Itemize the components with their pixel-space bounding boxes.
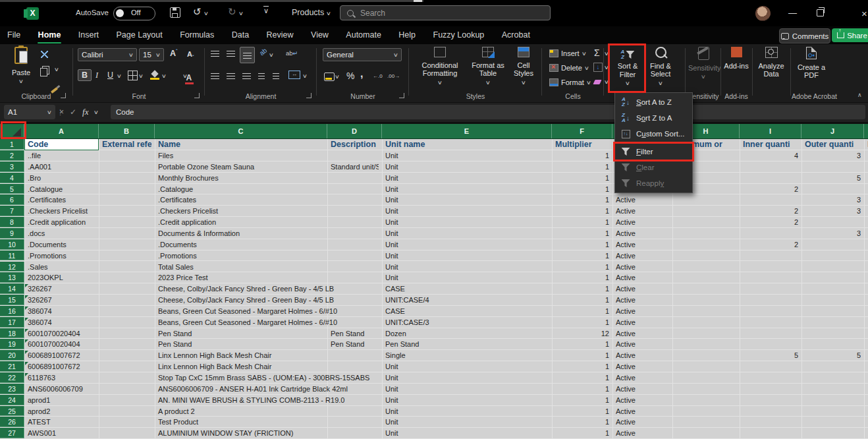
row-header-27[interactable]: 27 [0,428,24,438]
row-header-19[interactable]: 19 [0,339,24,349]
tab-help[interactable]: Help [391,26,423,44]
cell-C4[interactable]: Monthly Brochures [158,173,219,184]
cell-C14[interactable]: Cheese, Colby/Jack Fancy Shred - Green B… [158,283,334,295]
cell-F13[interactable]: 1 [555,272,609,283]
cell-G8[interactable]: Active [616,217,669,228]
orientation-dropdown-icon[interactable]: ∨ [269,52,274,58]
cell-A26[interactable]: ATEST [28,417,95,428]
format-as-table-button[interactable]: Format as Table∨ [468,47,508,87]
bottom-align-icon[interactable] [240,47,255,63]
row-header-16[interactable]: 16 [0,306,24,316]
workbook-title[interactable]: Products ∨ [292,8,331,17]
row-header-25[interactable]: 25 [0,406,24,417]
cell-F8[interactable]: 1 [555,217,609,228]
cell-C16[interactable]: Beans, Green Cut Seasoned - Margaret Hol… [158,306,337,317]
cell-C22[interactable]: Stop Tap CxC 15mm Brass SABS - (UOM:EA) … [158,372,369,384]
font-size-select[interactable]: 15∨ [139,48,164,61]
tab-page-layout[interactable]: Page Layout [109,26,170,44]
cell-J4[interactable]: 5 [805,173,861,184]
tab-review[interactable]: Review [259,26,301,44]
cell-E19[interactable]: Pen Stand [385,339,549,350]
close-button[interactable]: × [861,8,867,19]
share-button[interactable]: Share [832,28,868,42]
cell-E9[interactable]: Unit [385,228,549,239]
column-header-I[interactable]: I [740,124,801,138]
cell-I1[interactable]: Inner quanti [743,138,798,150]
column-header-A[interactable]: A [24,124,99,138]
formula-bar-dropdown-icon[interactable]: ∨ [94,109,99,115]
cell-J6[interactable]: 3 [805,194,861,206]
cell-A21[interactable]: 6006891007672 [28,361,95,372]
cell-A11[interactable]: .Promotions [28,250,95,262]
cell-G12[interactable]: Active [616,262,669,273]
cell-styles-button[interactable]: Cell Styles∨ [508,47,539,87]
cell-C13[interactable]: 2023 Price Test [158,272,208,283]
cell-C17[interactable]: Beans, Green Cut Seasoned - Margaret Hol… [158,317,337,328]
accounting-dropdown-icon[interactable]: ∨ [335,74,340,80]
cell-F27[interactable]: 1 [555,428,609,439]
delete-cells-button[interactable]: Delete∨ [549,64,589,72]
cell-C5[interactable]: .Catalogue [158,184,193,195]
font-dialog-launcher[interactable] [194,93,200,98]
cell-A12[interactable]: .Sales [28,262,95,273]
cell-A10[interactable]: .Documents [28,239,95,250]
orientation-icon[interactable]: ab [258,47,269,57]
row-header-22[interactable]: 22 [0,372,24,383]
cell-B1[interactable]: External refe [102,138,151,150]
cell-A14[interactable]: 326267 [28,283,95,295]
row-header-17[interactable]: 17 [0,317,24,328]
cell-G7[interactable]: Active [616,206,669,217]
cell-E2[interactable]: Unit [385,150,549,161]
cell-F21[interactable]: 1 [555,361,609,372]
cell-F1[interactable]: Multiplier [555,138,609,150]
row-header-26[interactable]: 26 [0,417,24,427]
menu-item-custom-sort[interactable]: ↑↓ Custom Sort... [615,126,692,142]
cell-F15[interactable]: 1 [555,295,609,306]
cell-A16[interactable]: 386074 [28,306,95,317]
cell-E24[interactable]: Unit [385,395,549,406]
cell-G27[interactable]: Active [616,428,669,439]
cell-E7[interactable]: Unit [385,206,549,217]
font-color-dropdown-icon[interactable]: ∨ [182,73,188,79]
borders-dropdown-icon[interactable]: ∨ [138,73,144,79]
cell-A5[interactable]: .Catalogue [28,184,95,195]
align-left-icon[interactable] [211,73,219,79]
cell-F11[interactable]: 1 [555,250,609,262]
cell-E11[interactable]: Unit [385,250,549,262]
alignment-dialog-launcher[interactable] [306,93,312,98]
cell-C20[interactable]: Linx Lennon High Back Mesh Chair [158,350,271,361]
cell-E25[interactable]: Unit [385,406,549,417]
restore-window-button[interactable] [817,9,824,16]
cell-A18[interactable]: 6001070020404 [28,328,95,339]
cell-F25[interactable]: 1 [555,406,609,417]
column-header-F[interactable]: F [552,124,612,138]
cell-E26[interactable]: Unit [385,417,549,428]
tab-acrobat[interactable]: Acrobat [495,26,537,44]
column-header-C[interactable]: C [155,124,327,138]
cell-F26[interactable]: 1 [555,417,609,428]
create-pdf-button[interactable]: Create a PDF [796,47,827,80]
cell-G17[interactable]: Active [616,317,669,328]
font-name-select[interactable]: Calibri∨ [78,48,137,61]
cell-E17[interactable]: UNIT:CASE/3 [385,317,549,328]
cell-G9[interactable]: Active [616,228,669,239]
decrease-font-size-button[interactable]: Aˇ [187,50,194,59]
name-box[interactable]: A1∨ [4,105,55,119]
cell-J9[interactable]: 3 [805,228,861,239]
column-header-J[interactable]: J [801,124,864,138]
quick-access-toolbar-button[interactable]: ∨ [263,7,269,15]
tab-file[interactable]: File [0,26,28,44]
cell-G11[interactable]: Active [616,250,669,262]
increase-font-size-button[interactable]: Aˆ [170,49,177,58]
top-align-icon[interactable] [211,51,219,57]
paste-button[interactable]: Paste ∨ [7,47,36,86]
cell-E8[interactable]: Unit [385,217,549,228]
cell-A27[interactable]: AWS001 [28,428,95,439]
underline-dropdown-icon[interactable]: ∨ [117,73,122,79]
cell-F7[interactable]: 1 [555,206,609,217]
paste-dropdown-icon[interactable]: ∨ [18,78,24,86]
cell-G23[interactable]: Active [616,384,669,395]
increase-decimal-icon[interactable]: ←.0 [373,73,383,79]
cell-G15[interactable]: Active [616,295,669,306]
cell-A3[interactable]: .AA001 [28,161,95,173]
